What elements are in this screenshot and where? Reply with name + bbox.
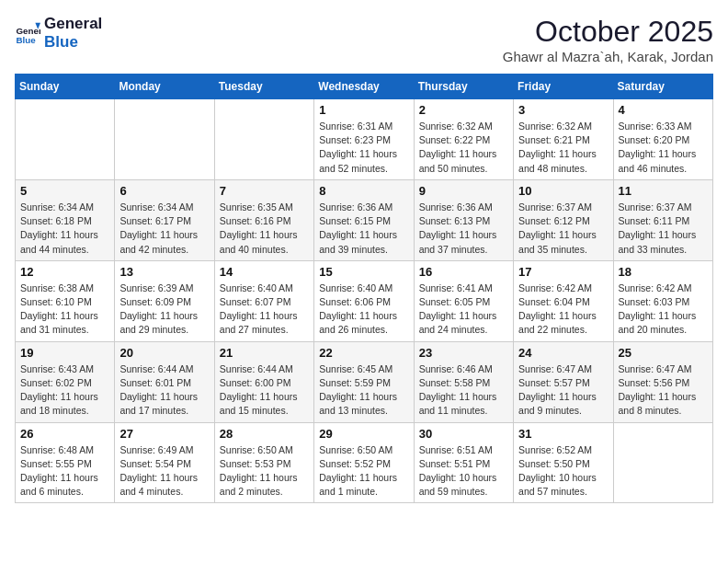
day-info: Sunrise: 6:47 AM Sunset: 5:56 PM Dayligh…: [619, 362, 708, 419]
day-number: 15: [319, 265, 408, 279]
calendar-table: SundayMondayTuesdayWednesdayThursdayFrid…: [15, 74, 713, 503]
calendar-cell: 19Sunrise: 6:43 AM Sunset: 6:02 PM Dayli…: [16, 341, 115, 422]
day-number: 18: [619, 265, 708, 279]
weekday-header-row: SundayMondayTuesdayWednesdayThursdayFrid…: [16, 75, 713, 99]
weekday-header-monday: Monday: [115, 75, 214, 99]
weekday-header-saturday: Saturday: [613, 75, 712, 99]
weekday-header-wednesday: Wednesday: [314, 75, 414, 99]
calendar-cell: 25Sunrise: 6:47 AM Sunset: 5:56 PM Dayli…: [613, 341, 712, 422]
calendar-week-row: 19Sunrise: 6:43 AM Sunset: 6:02 PM Dayli…: [16, 341, 713, 422]
calendar-cell: 8Sunrise: 6:36 AM Sunset: 6:15 PM Daylig…: [314, 179, 414, 260]
day-info: Sunrise: 6:51 AM Sunset: 5:51 PM Dayligh…: [419, 443, 508, 500]
day-info: Sunrise: 6:48 AM Sunset: 5:55 PM Dayligh…: [20, 443, 109, 500]
day-info: Sunrise: 6:46 AM Sunset: 5:58 PM Dayligh…: [419, 362, 508, 419]
calendar-cell: 6Sunrise: 6:34 AM Sunset: 6:17 PM Daylig…: [115, 179, 214, 260]
calendar-cell: 23Sunrise: 6:46 AM Sunset: 5:58 PM Dayli…: [414, 341, 513, 422]
day-info: Sunrise: 6:35 AM Sunset: 6:16 PM Dayligh…: [220, 201, 309, 257]
calendar-cell: 18Sunrise: 6:42 AM Sunset: 6:03 PM Dayli…: [613, 260, 712, 341]
day-number: 2: [419, 103, 508, 117]
day-info: Sunrise: 6:49 AM Sunset: 5:54 PM Dayligh…: [119, 443, 209, 500]
calendar-cell: 5Sunrise: 6:34 AM Sunset: 6:18 PM Daylig…: [16, 179, 115, 260]
weekday-header-tuesday: Tuesday: [214, 75, 313, 99]
calendar-cell: 21Sunrise: 6:44 AM Sunset: 6:00 PM Dayli…: [214, 341, 313, 422]
day-info: Sunrise: 6:39 AM Sunset: 6:09 PM Dayligh…: [119, 282, 209, 338]
svg-text:Blue: Blue: [16, 36, 36, 46]
day-info: Sunrise: 6:45 AM Sunset: 5:59 PM Dayligh…: [319, 362, 408, 419]
calendar-cell: 10Sunrise: 6:37 AM Sunset: 6:12 PM Dayli…: [514, 179, 613, 260]
day-number: 7: [220, 184, 309, 198]
day-number: 19: [20, 346, 109, 360]
day-info: Sunrise: 6:43 AM Sunset: 6:02 PM Dayligh…: [20, 362, 109, 419]
day-info: Sunrise: 6:50 AM Sunset: 5:53 PM Dayligh…: [220, 443, 309, 500]
day-info: Sunrise: 6:31 AM Sunset: 6:23 PM Dayligh…: [319, 120, 408, 176]
day-number: 30: [419, 427, 508, 441]
calendar-week-row: 26Sunrise: 6:48 AM Sunset: 5:55 PM Dayli…: [16, 422, 713, 503]
day-number: 17: [518, 265, 608, 279]
day-info: Sunrise: 6:32 AM Sunset: 6:21 PM Dayligh…: [518, 120, 608, 176]
day-number: 1: [319, 103, 408, 117]
month-title: October 2025: [503, 15, 713, 49]
header: General Blue General Blue October 2025 G…: [15, 15, 713, 64]
calendar-cell: 31Sunrise: 6:52 AM Sunset: 5:50 PM Dayli…: [514, 422, 613, 503]
day-info: Sunrise: 6:40 AM Sunset: 6:06 PM Dayligh…: [319, 282, 408, 338]
calendar-cell: [115, 99, 214, 180]
calendar-cell: 4Sunrise: 6:33 AM Sunset: 6:20 PM Daylig…: [613, 99, 712, 180]
day-number: 27: [119, 427, 209, 441]
day-info: Sunrise: 6:38 AM Sunset: 6:10 PM Dayligh…: [20, 282, 109, 338]
day-info: Sunrise: 6:44 AM Sunset: 6:00 PM Dayligh…: [220, 362, 309, 419]
day-info: Sunrise: 6:47 AM Sunset: 5:57 PM Dayligh…: [518, 362, 608, 419]
calendar-cell: 14Sunrise: 6:40 AM Sunset: 6:07 PM Dayli…: [214, 260, 313, 341]
weekday-header-thursday: Thursday: [414, 75, 513, 99]
calendar-cell: 3Sunrise: 6:32 AM Sunset: 6:21 PM Daylig…: [514, 99, 613, 180]
calendar-cell: 2Sunrise: 6:32 AM Sunset: 6:22 PM Daylig…: [414, 99, 513, 180]
day-number: 12: [20, 265, 109, 279]
day-info: Sunrise: 6:36 AM Sunset: 6:13 PM Dayligh…: [419, 201, 508, 257]
day-number: 10: [518, 184, 608, 198]
day-info: Sunrise: 6:50 AM Sunset: 5:52 PM Dayligh…: [319, 443, 408, 500]
logo: General Blue General Blue: [15, 15, 102, 52]
location-title: Ghawr al Mazra`ah, Karak, Jordan: [503, 49, 713, 64]
calendar-cell: 12Sunrise: 6:38 AM Sunset: 6:10 PM Dayli…: [16, 260, 115, 341]
calendar-cell: 24Sunrise: 6:47 AM Sunset: 5:57 PM Dayli…: [514, 341, 613, 422]
day-info: Sunrise: 6:52 AM Sunset: 5:50 PM Dayligh…: [518, 443, 608, 500]
calendar-cell: 30Sunrise: 6:51 AM Sunset: 5:51 PM Dayli…: [414, 422, 513, 503]
day-info: Sunrise: 6:36 AM Sunset: 6:15 PM Dayligh…: [319, 201, 408, 257]
calendar-cell: 29Sunrise: 6:50 AM Sunset: 5:52 PM Dayli…: [314, 422, 414, 503]
day-number: 20: [119, 346, 209, 360]
day-info: Sunrise: 6:37 AM Sunset: 6:11 PM Dayligh…: [619, 201, 708, 257]
day-number: 16: [419, 265, 508, 279]
day-info: Sunrise: 6:34 AM Sunset: 6:17 PM Dayligh…: [119, 201, 209, 257]
day-info: Sunrise: 6:41 AM Sunset: 6:05 PM Dayligh…: [419, 282, 508, 338]
calendar-cell: 22Sunrise: 6:45 AM Sunset: 5:59 PM Dayli…: [314, 341, 414, 422]
day-info: Sunrise: 6:40 AM Sunset: 6:07 PM Dayligh…: [220, 282, 309, 338]
day-number: 29: [319, 427, 408, 441]
calendar-cell: 17Sunrise: 6:42 AM Sunset: 6:04 PM Dayli…: [514, 260, 613, 341]
calendar-cell: 26Sunrise: 6:48 AM Sunset: 5:55 PM Dayli…: [16, 422, 115, 503]
calendar-week-row: 12Sunrise: 6:38 AM Sunset: 6:10 PM Dayli…: [16, 260, 713, 341]
calendar-cell: 1Sunrise: 6:31 AM Sunset: 6:23 PM Daylig…: [314, 99, 414, 180]
calendar-cell: 7Sunrise: 6:35 AM Sunset: 6:16 PM Daylig…: [214, 179, 313, 260]
calendar-cell: 13Sunrise: 6:39 AM Sunset: 6:09 PM Dayli…: [115, 260, 214, 341]
day-number: 21: [220, 346, 309, 360]
day-info: Sunrise: 6:37 AM Sunset: 6:12 PM Dayligh…: [518, 201, 608, 257]
calendar-week-row: 5Sunrise: 6:34 AM Sunset: 6:18 PM Daylig…: [16, 179, 713, 260]
logo-line2: Blue: [44, 33, 102, 52]
day-number: 24: [518, 346, 608, 360]
logo-line1: General: [44, 15, 102, 33]
calendar-cell: 9Sunrise: 6:36 AM Sunset: 6:13 PM Daylig…: [414, 179, 513, 260]
day-number: 14: [220, 265, 309, 279]
calendar-cell: 16Sunrise: 6:41 AM Sunset: 6:05 PM Dayli…: [414, 260, 513, 341]
day-number: 13: [119, 265, 209, 279]
calendar-cell: 27Sunrise: 6:49 AM Sunset: 5:54 PM Dayli…: [115, 422, 214, 503]
day-number: 8: [319, 184, 408, 198]
day-info: Sunrise: 6:34 AM Sunset: 6:18 PM Dayligh…: [20, 201, 109, 257]
day-info: Sunrise: 6:42 AM Sunset: 6:04 PM Dayligh…: [518, 282, 608, 338]
day-number: 9: [419, 184, 508, 198]
calendar-cell: 20Sunrise: 6:44 AM Sunset: 6:01 PM Dayli…: [115, 341, 214, 422]
calendar-cell: 28Sunrise: 6:50 AM Sunset: 5:53 PM Dayli…: [214, 422, 313, 503]
day-number: 28: [220, 427, 309, 441]
calendar-week-row: 1Sunrise: 6:31 AM Sunset: 6:23 PM Daylig…: [16, 99, 713, 180]
day-info: Sunrise: 6:32 AM Sunset: 6:22 PM Dayligh…: [419, 120, 508, 176]
day-number: 4: [619, 103, 708, 117]
day-info: Sunrise: 6:33 AM Sunset: 6:20 PM Dayligh…: [619, 120, 708, 176]
